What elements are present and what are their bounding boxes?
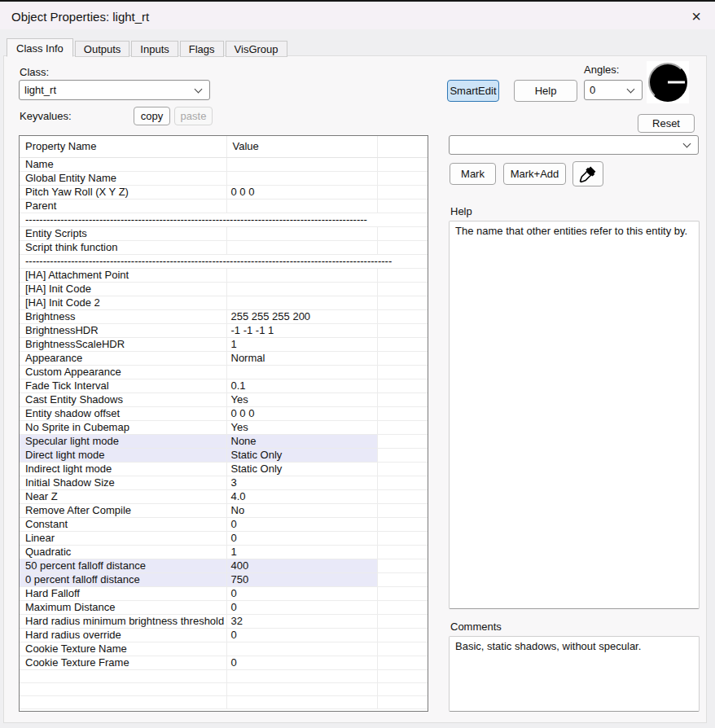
property-name-cell[interactable]: Direct light mode (20, 448, 226, 462)
table-row[interactable]: Global Entity Name (20, 171, 428, 185)
property-value-cell[interactable] (226, 268, 377, 282)
property-name-cell[interactable] (20, 682, 226, 695)
property-value-cell[interactable] (226, 171, 377, 185)
property-value-cell[interactable]: 4.0 (226, 489, 377, 503)
property-value-cell[interactable]: Static Only (226, 462, 377, 476)
mark-button[interactable]: Mark (450, 163, 496, 185)
table-row[interactable]: Entity Scripts (20, 226, 428, 240)
property-value-cell[interactable] (226, 226, 377, 240)
table-row[interactable] (20, 669, 428, 682)
property-name-cell[interactable]: Global Entity Name (20, 171, 226, 185)
table-row[interactable]: Script think function (20, 240, 428, 254)
table-row[interactable]: Maximum Distance0 (20, 600, 428, 614)
table-row[interactable]: Hard radius override0 (20, 628, 428, 642)
property-value-cell[interactable]: 0 (226, 517, 377, 531)
table-row[interactable]: Constant0 (20, 517, 428, 531)
mark-add-button[interactable]: Mark+Add (503, 163, 566, 185)
property-value-cell[interactable] (226, 365, 377, 379)
property-name-cell[interactable]: Cast Entity Shadows (20, 393, 226, 406)
table-row[interactable]: No Sprite in CubemapYes (20, 420, 428, 434)
property-name-cell[interactable]: Fade Tick Interval (20, 379, 226, 393)
property-name-cell[interactable]: Indirect light mode (20, 462, 226, 476)
property-value-cell[interactable]: Static Only (226, 448, 377, 462)
property-name-cell[interactable]: Maximum Distance (20, 600, 226, 614)
property-value-cell[interactable] (226, 682, 377, 695)
property-name-cell[interactable]: 50 percent falloff distance (20, 559, 226, 572)
copy-button[interactable]: copy (134, 107, 170, 125)
property-name-cell[interactable]: Brightness (20, 309, 226, 323)
property-name-cell[interactable]: Constant (20, 517, 226, 531)
property-value-cell[interactable]: 750 (226, 572, 377, 586)
table-row[interactable]: BrightnessHDR-1 -1 -1 1 (20, 323, 428, 337)
property-name-cell[interactable]: Name (20, 157, 226, 171)
table-row[interactable]: 50 percent falloff distance400 (20, 559, 428, 572)
property-value-cell[interactable] (226, 157, 377, 171)
property-name-cell[interactable]: Hard radius override (20, 628, 226, 642)
property-name-cell[interactable]: Cookie Texture Frame (20, 656, 226, 669)
property-name-cell[interactable]: Linear (20, 531, 226, 545)
property-name-cell[interactable]: [HA] Init Code 2 (20, 296, 226, 309)
table-row[interactable]: Near Z4.0 (20, 489, 428, 503)
property-name-cell[interactable]: Cookie Texture Name (20, 642, 226, 656)
property-value-cell[interactable]: 3 (226, 476, 377, 489)
close-button[interactable]: × (682, 5, 710, 28)
tab-class-info[interactable]: Class Info (7, 38, 73, 57)
eyedropper-button[interactable] (572, 161, 603, 186)
property-value-cell[interactable]: 0 (226, 531, 377, 545)
tab-flags[interactable]: Flags (180, 41, 224, 57)
table-row[interactable]: Remove After CompileNo (20, 503, 428, 517)
property-value-cell[interactable] (226, 669, 377, 682)
property-name-cell[interactable]: Entity Scripts (20, 226, 226, 240)
property-value-cell[interactable] (226, 282, 377, 296)
comments-text-box[interactable]: Basic, static shadows, without specular. (449, 636, 700, 712)
table-row[interactable]: Indirect light modeStatic Only (20, 462, 428, 476)
property-name-cell[interactable]: [HA] Init Code (20, 282, 226, 296)
property-name-cell[interactable]: Entity shadow offset (20, 406, 226, 420)
help-button[interactable]: Help (514, 80, 577, 102)
smartedit-button[interactable]: SmartEdit (447, 80, 499, 102)
table-row[interactable] (20, 682, 428, 695)
property-value-cell[interactable]: Yes (226, 420, 377, 434)
property-value-cell[interactable] (226, 199, 377, 213)
property-value-cell[interactable]: 0 (226, 656, 377, 669)
class-combobox[interactable]: light_rt (19, 80, 210, 100)
property-name-column-header[interactable]: Property Name (20, 136, 226, 157)
property-name-cell[interactable]: Hard radius minimum brightness threshold (20, 614, 226, 628)
property-value-cell[interactable]: 1 (226, 337, 377, 351)
property-value-cell[interactable]: None (226, 434, 377, 448)
table-row[interactable]: Custom Appearance (20, 365, 428, 379)
table-row[interactable]: Linear0 (20, 531, 428, 545)
property-value-cell[interactable]: 0 0 0 (226, 185, 377, 199)
property-name-cell[interactable]: Appearance (20, 351, 226, 365)
table-row[interactable]: Quadratic1 (20, 545, 428, 559)
table-row[interactable]: Direct light modeStatic Only (20, 448, 428, 462)
table-row[interactable]: [HA] Attachment Point (20, 268, 428, 282)
property-name-cell[interactable]: BrightnessScaleHDR (20, 337, 226, 351)
property-name-cell[interactable]: Near Z (20, 489, 226, 503)
value-column-header[interactable]: Value (226, 136, 377, 157)
table-row[interactable]: Brightness255 255 255 200 (20, 309, 428, 323)
property-value-cell[interactable] (226, 695, 377, 708)
target-combobox[interactable] (449, 135, 699, 155)
property-name-cell[interactable]: [HA] Attachment Point (20, 268, 226, 282)
property-name-cell[interactable]: BrightnessHDR (20, 323, 226, 337)
property-value-cell[interactable]: 0 (226, 628, 377, 642)
property-value-cell[interactable] (226, 240, 377, 254)
property-value-cell[interactable]: Yes (226, 393, 377, 406)
property-value-cell[interactable]: No (226, 503, 377, 517)
property-name-cell[interactable]: 0 percent falloff distance (20, 572, 226, 586)
table-row[interactable]: Name (20, 157, 428, 171)
table-row[interactable]: Cookie Texture Frame0 (20, 656, 428, 669)
property-value-cell[interactable]: 400 (226, 559, 377, 572)
property-value-cell[interactable] (226, 296, 377, 309)
table-row[interactable]: Fade Tick Interval0.1 (20, 379, 428, 393)
property-value-cell[interactable]: 32 (226, 614, 377, 628)
property-value-cell[interactable] (226, 642, 377, 656)
property-name-cell[interactable]: Parent (20, 199, 226, 213)
property-name-cell[interactable]: Hard Falloff (20, 586, 226, 600)
property-value-cell[interactable]: 0 (226, 600, 377, 614)
angle-indicator[interactable] (648, 63, 687, 102)
property-value-cell[interactable]: 0 (226, 586, 377, 600)
table-row[interactable]: 0 percent falloff distance750 (20, 572, 428, 586)
table-row[interactable]: BrightnessScaleHDR1 (20, 337, 428, 351)
